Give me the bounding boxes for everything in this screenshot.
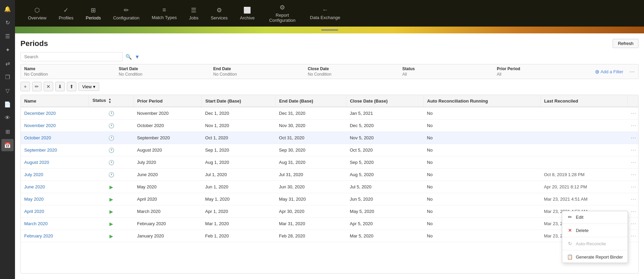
period-end-cell: Mar 31, 2020	[275, 218, 346, 230]
period-name-cell[interactable]: June 2020	[21, 181, 89, 193]
page-title: Periods	[20, 39, 48, 48]
sidebar-item-activity[interactable]: ↻	[1, 16, 14, 29]
add-filter-button[interactable]: ⊕ Add a Filter	[591, 68, 627, 75]
sidebar-item-transfer[interactable]: ⇄	[1, 57, 14, 69]
nav-periods[interactable]: ⊞ Periods	[80, 4, 107, 22]
status-play-icon: ▶	[109, 233, 113, 239]
period-status-cell: 🕐	[89, 169, 134, 181]
col-header-status[interactable]: Status ▲▼	[89, 95, 134, 107]
sidebar-item-hierarchy[interactable]: ⊞	[1, 125, 14, 138]
period-close-cell: Jan 5, 2021	[346, 107, 423, 120]
col-header-last-reconciled[interactable]: Last Reconciled	[540, 95, 627, 107]
period-name-cell[interactable]: February 2020	[21, 230, 89, 242]
period-name-cell[interactable]: October 2020	[21, 132, 89, 144]
nav-archive[interactable]: ⬜ Archive	[234, 4, 261, 22]
period-name-cell[interactable]: December 2020	[21, 107, 89, 120]
period-name-cell[interactable]: April 2020	[21, 205, 89, 218]
view-label: View	[82, 84, 92, 89]
refresh-button[interactable]: Refresh	[613, 39, 639, 48]
row-more-button[interactable]: ⋯	[627, 156, 638, 169]
sidebar-item-list[interactable]: ☰	[1, 30, 14, 42]
delete-button[interactable]: ✕	[44, 82, 53, 91]
period-status-cell: 🕐	[89, 120, 134, 132]
period-close-cell: Aug 5, 2020	[346, 169, 423, 181]
add-button[interactable]: +	[20, 82, 30, 91]
sidebar-item-copy[interactable]: ❐	[1, 71, 14, 83]
period-name-cell[interactable]: November 2020	[21, 120, 89, 132]
nav-match-types-label: Match Types	[152, 15, 177, 20]
period-close-cell: Oct 5, 2020	[346, 144, 423, 156]
nav-configuration[interactable]: ✏ Configuration	[107, 4, 146, 22]
period-start-cell: Feb 1, 2020	[202, 230, 275, 242]
search-input[interactable]	[20, 52, 123, 61]
nav-report-configuration-label: Report Configuration	[267, 13, 298, 23]
filter-icon[interactable]: ▼	[135, 54, 140, 60]
period-name-cell[interactable]: March 2020	[21, 218, 89, 230]
col-header-name[interactable]: Name	[21, 95, 89, 107]
nav-data-exchange[interactable]: ← Data Exchange	[304, 4, 346, 22]
period-status-cell: ▶	[89, 230, 134, 242]
download-button[interactable]: ⬇	[55, 82, 65, 91]
period-end-cell: Dec 31, 2020	[275, 107, 346, 120]
period-start-cell: Aug 1, 2020	[202, 156, 275, 169]
period-name-cell[interactable]: August 2020	[21, 156, 89, 169]
row-more-button[interactable]: ⋯	[627, 107, 638, 120]
col-header-end-date[interactable]: End Date (Base)	[275, 95, 346, 107]
nav-jobs[interactable]: ☰ Jobs	[183, 4, 204, 22]
sidebar-item-document[interactable]: 📄	[1, 98, 14, 110]
filter-start-date-label: Start Date	[119, 66, 213, 71]
period-auto-cell: No	[423, 120, 540, 132]
period-name-cell[interactable]: September 2020	[21, 144, 89, 156]
context-delete[interactable]: ✕ Delete	[562, 224, 628, 236]
nav-services[interactable]: ⚙ Services	[205, 4, 234, 22]
periods-table: Name Status ▲▼ Prior Period Start Date (…	[21, 95, 638, 242]
period-start-cell: Apr 1, 2020	[202, 205, 275, 218]
row-more-button[interactable]: ⋯	[627, 205, 638, 218]
table-row: July 2020 🕐 June 2020 Jul 1, 2020 Jul 31…	[21, 169, 638, 181]
profiles-icon: ✓	[63, 6, 69, 14]
period-close-cell: Apr 5, 2020	[346, 218, 423, 230]
sidebar-item-eye[interactable]: 👁	[1, 112, 14, 124]
upload-button[interactable]: ⬆	[67, 82, 76, 91]
row-more-button[interactable]: ⋯	[627, 144, 638, 156]
status-play-icon: ▶	[109, 221, 113, 227]
filter-more-button[interactable]: ⋯	[627, 68, 635, 75]
sidebar-item-filter[interactable]: ▽	[1, 84, 14, 97]
col-header-auto-reconciliation[interactable]: Auto Reconciliation Running	[423, 95, 540, 107]
nav-report-configuration[interactable]: ⚙ Report Configuration	[261, 2, 304, 25]
period-name-cell[interactable]: May 2020	[21, 193, 89, 205]
nav-match-types[interactable]: ≡ Match Types	[146, 4, 183, 22]
row-more-button[interactable]: ⋯	[627, 132, 638, 144]
view-button[interactable]: View ▾	[78, 82, 99, 91]
period-auto-cell: No	[423, 144, 540, 156]
period-name-cell[interactable]: July 2020	[21, 169, 89, 181]
delete-context-icon: ✕	[567, 228, 573, 233]
row-more-button[interactable]: ⋯	[627, 169, 638, 181]
row-more-button[interactable]: ⋯	[627, 193, 638, 205]
row-more-button[interactable]: ⋯	[627, 181, 638, 193]
filter-start-date-value: No Condition	[119, 72, 213, 77]
sidebar-item-bell[interactable]: 🔔	[1, 3, 14, 15]
col-header-prior-period[interactable]: Prior Period	[134, 95, 202, 107]
filter-end-date-value: No Condition	[213, 72, 308, 77]
context-generate-report[interactable]: 📋 Generate Report Binder	[562, 251, 628, 263]
overview-icon: ⬡	[34, 6, 40, 14]
search-icon[interactable]: 🔍	[125, 54, 132, 60]
period-start-cell: Jul 1, 2020	[202, 169, 275, 181]
edit-button[interactable]: ✏	[32, 82, 42, 91]
period-end-cell: Sep 30, 2020	[275, 144, 346, 156]
period-last-reconciled-cell: Mar 23, 2021 4:51 AM	[540, 193, 627, 205]
nav-profiles[interactable]: ✓ Profiles	[53, 4, 79, 22]
row-more-button[interactable]: ⋯	[627, 120, 638, 132]
context-edit[interactable]: ✏ Edit	[562, 211, 628, 223]
sidebar-item-calendar[interactable]: 📅	[1, 139, 14, 151]
col-header-close-date[interactable]: Close Date (Base)	[346, 95, 423, 107]
col-header-start-date[interactable]: Start Date (Base)	[202, 95, 275, 107]
row-more-button[interactable]: ⋯	[627, 230, 638, 242]
period-start-cell: Dec 1, 2020	[202, 107, 275, 120]
period-last-reconciled-cell	[540, 156, 627, 169]
context-auto-reconcile: ↻ Auto-Reconcile	[562, 238, 628, 249]
row-more-button[interactable]: ⋯	[627, 218, 638, 230]
nav-overview[interactable]: ⬡ Overview	[22, 4, 53, 22]
sidebar-item-star[interactable]: ✦	[1, 44, 14, 56]
